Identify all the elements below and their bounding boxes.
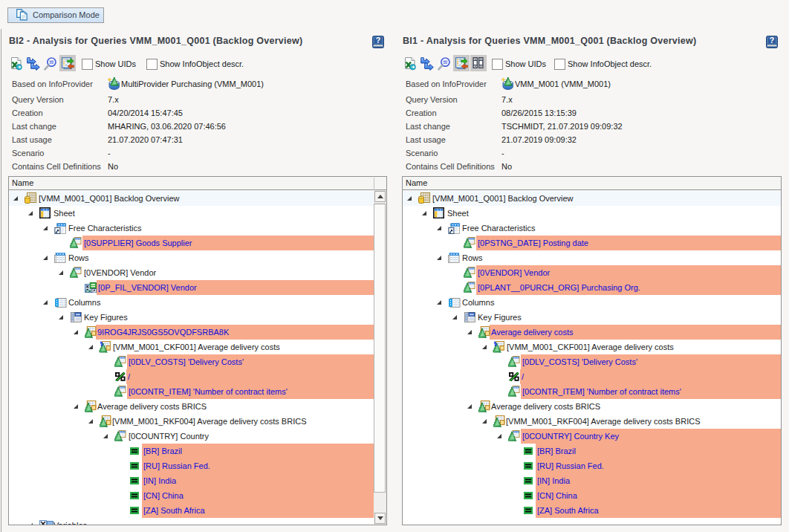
svg-text:?: ?	[376, 36, 380, 45]
svg-text:?: ?	[770, 36, 774, 45]
